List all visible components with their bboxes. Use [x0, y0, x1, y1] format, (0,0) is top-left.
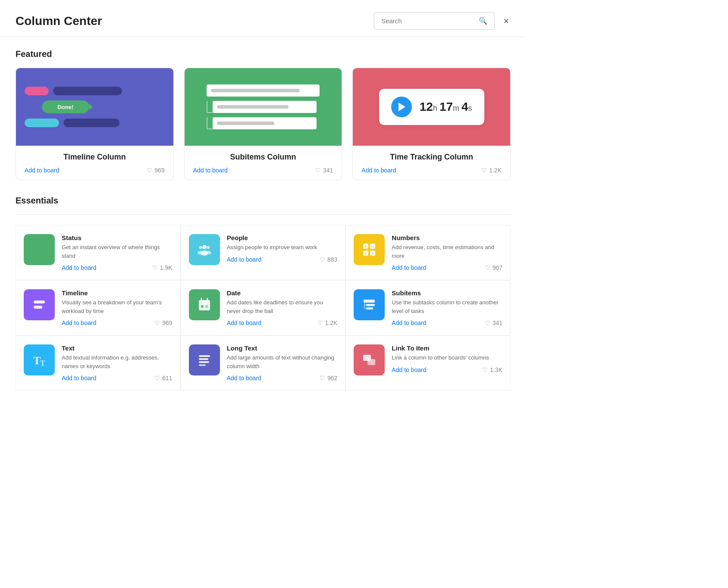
- add-to-board-long-text[interactable]: Add to board: [227, 375, 261, 382]
- essentials-card-timeline: Timeline Visually see a breakdown of you…: [16, 280, 181, 335]
- featured-card-timeline: Done! Timeline Column Add to board ♡: [16, 68, 174, 180]
- add-to-board-status[interactable]: Add to board: [62, 264, 96, 271]
- essentials-section-title: Essentials: [16, 196, 511, 206]
- search-box[interactable]: 🔍: [374, 12, 495, 30]
- svg-text:×: ×: [365, 252, 367, 256]
- svg-rect-33: [199, 364, 206, 366]
- heart-icon-text: ♡: [154, 375, 160, 382]
- card-footer-timeline: Add to board ♡ 969: [25, 167, 165, 174]
- subitems-ess-desc: Use the subtasks column to create anothe…: [392, 298, 502, 315]
- add-to-board-timeline[interactable]: Add to board: [25, 167, 59, 174]
- essentials-card-link-to-item: Link To Item Link a column to other boar…: [345, 335, 511, 391]
- modal-header: Column Center 🔍 ×: [0, 0, 526, 37]
- subitems-ess-icon-box: [354, 289, 385, 320]
- likes-subitems: 341: [323, 167, 333, 174]
- add-to-board-timeline-ess[interactable]: Add to board: [62, 319, 96, 326]
- likes-people: 883: [327, 256, 337, 263]
- add-to-board-date[interactable]: Add to board: [227, 319, 261, 326]
- modal-body: Featured Done!: [0, 37, 526, 403]
- subitems-ess-footer: Add to board ♡ 341: [392, 319, 502, 326]
- featured-section-title: Featured: [16, 49, 511, 59]
- heart-icon-status: ♡: [152, 264, 158, 271]
- long-text-desc: Add large amounts of text without changi…: [227, 353, 338, 370]
- long-text-icon: [189, 344, 220, 375]
- long-text-footer: Add to board ♡ 962: [227, 375, 338, 382]
- date-content: Date Add dates like deadlines to ensure …: [227, 289, 338, 326]
- essentials-card-subitems-ess: Subitems Use the subtasks column to crea…: [345, 280, 511, 335]
- likes-link-to-item: 1.3K: [490, 366, 502, 373]
- sub-row-3: [213, 117, 317, 129]
- link-to-item-name: Link To Item: [392, 344, 502, 352]
- add-to-board-people[interactable]: Add to board: [227, 256, 261, 263]
- svg-point-3: [198, 251, 203, 254]
- date-desc: Add dates like deadlines to ensure you n…: [227, 298, 338, 315]
- status-footer: Add to board ♡ 1.9K: [62, 264, 173, 271]
- likes-timeline-ess: 969: [162, 319, 172, 326]
- heart-icon-subitems-ess: ♡: [485, 319, 490, 326]
- heart-icon-link-to-item: ♡: [482, 366, 488, 373]
- time-seconds: 4: [461, 100, 468, 113]
- svg-rect-30: [199, 355, 210, 357]
- people-icon: [189, 234, 220, 265]
- search-input[interactable]: [381, 17, 479, 25]
- add-to-board-numbers[interactable]: Add to board: [392, 264, 426, 271]
- like-count-timeline-ess: ♡ 969: [154, 319, 172, 326]
- subitems-ess-content: Subitems Use the subtasks column to crea…: [392, 289, 502, 326]
- timeline-ess-desc: Visually see a breakdown of your team's …: [62, 298, 173, 315]
- heart-icon-subitems: ♡: [315, 167, 321, 174]
- add-to-board-text[interactable]: Add to board: [62, 375, 96, 382]
- card-footer-timetracking: Add to board ♡ 1.2K: [361, 167, 502, 174]
- featured-card-image-timeline: Done!: [16, 68, 173, 146]
- svg-point-5: [206, 251, 211, 254]
- svg-rect-20: [201, 305, 204, 308]
- essentials-card-numbers: + − × = Numbers Add revenue, costs, time…: [345, 225, 511, 280]
- svg-text:T: T: [33, 354, 41, 367]
- text-content: Text Add textual information e.g. addres…: [62, 344, 173, 382]
- like-count-subitems-ess: ♡ 341: [485, 319, 502, 326]
- sub-connector-2: [207, 117, 213, 129]
- numbers-content: Numbers Add revenue, costs, time estimat…: [392, 234, 502, 271]
- time-h-unit: h: [433, 104, 439, 113]
- svg-rect-21: [205, 305, 208, 308]
- featured-grid: Done! Timeline Column Add to board ♡: [16, 68, 511, 180]
- link-to-item-icon: [354, 344, 385, 375]
- sub-row-1: [207, 84, 320, 97]
- status-name: Status: [62, 234, 173, 241]
- svg-rect-31: [199, 358, 208, 360]
- heart-icon-numbers: ♡: [485, 264, 490, 271]
- essentials-card-text: T T Text Add textual information e.g. ad…: [16, 335, 181, 391]
- text-icon-box: T T: [24, 344, 55, 375]
- tl-bar-row-3: [25, 119, 119, 127]
- add-to-board-timetracking[interactable]: Add to board: [361, 167, 396, 174]
- numbers-icon-box: + − × =: [354, 234, 385, 265]
- text-name: Text: [62, 344, 173, 352]
- link-to-item-desc: Link a column to other boards' columns: [392, 353, 502, 362]
- people-desc: Assign people to improve team work: [227, 243, 338, 252]
- svg-text:=: =: [372, 252, 374, 256]
- tl-pill-pink: [25, 87, 49, 95]
- text-footer: Add to board ♡ 611: [62, 375, 173, 382]
- add-to-board-link-to-item[interactable]: Add to board: [392, 366, 426, 373]
- svg-rect-23: [366, 304, 375, 306]
- date-icon: [189, 289, 220, 320]
- numbers-icon: + − × =: [354, 234, 385, 265]
- numbers-desc: Add revenue, costs, time estimations and…: [392, 243, 502, 260]
- close-button[interactable]: ×: [502, 14, 511, 28]
- like-count-people: ♡ 883: [320, 256, 337, 263]
- status-icon-box: [24, 234, 55, 265]
- long-text-content: Long Text Add large amounts of text with…: [227, 344, 338, 382]
- heart-icon-people: ♡: [320, 256, 325, 263]
- likes-status: 1.9K: [160, 264, 173, 271]
- add-to-board-subitems-ess[interactable]: Add to board: [392, 319, 426, 326]
- time-display: 12h 17m 4s: [420, 100, 472, 114]
- timeline-ess-icon: [24, 289, 55, 320]
- header-right: 🔍 ×: [374, 12, 511, 30]
- svg-point-2: [199, 246, 202, 249]
- add-to-board-subitems[interactable]: Add to board: [193, 167, 228, 174]
- like-count-status: ♡ 1.9K: [152, 264, 173, 271]
- likes-numbers: 907: [493, 264, 502, 271]
- essentials-card-people: People Assign people to improve team wor…: [181, 225, 346, 280]
- timeline-ess-content: Timeline Visually see a breakdown of you…: [62, 289, 173, 326]
- svg-rect-32: [199, 361, 209, 363]
- likes-date: 1.2K: [325, 319, 338, 326]
